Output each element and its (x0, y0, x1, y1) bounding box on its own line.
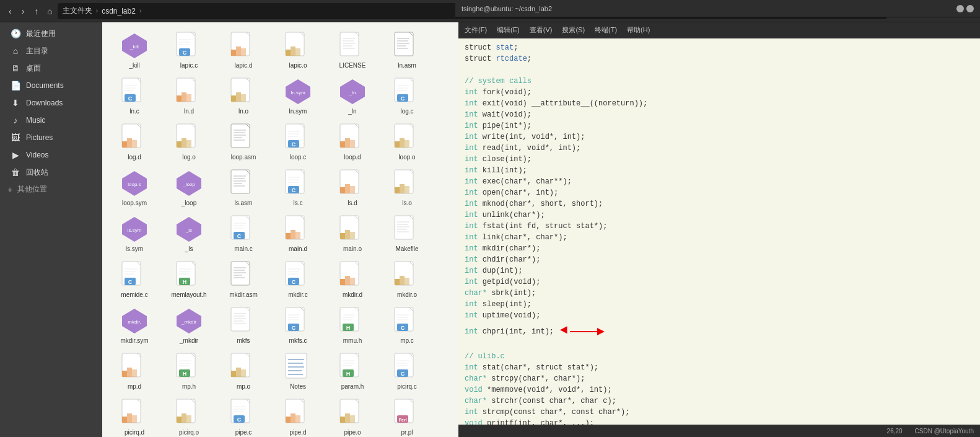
list-item[interactable]: loop.asm (216, 119, 271, 165)
file-icon-text (229, 306, 258, 336)
list-item[interactable]: mkdir. mkdir.sym (107, 302, 162, 348)
list-item[interactable]: C ls.c (271, 165, 325, 211)
sidebar-item-desktop[interactable]: 🖥 桌面 (2, 60, 100, 77)
svg-text:loop.s: loop.s (128, 182, 141, 187)
list-item[interactable]: Perl pr.pl (380, 394, 434, 437)
file-icon-asm (229, 123, 258, 152)
list-item[interactable]: lapic.d (216, 27, 271, 73)
location-home[interactable]: 主文件夹 (63, 6, 92, 16)
svg-rect-265 (177, 417, 182, 423)
list-item[interactable]: ln.sym ln.sym (271, 73, 325, 119)
list-item[interactable]: _mkdir _mkdir (162, 302, 216, 348)
list-item[interactable]: ln.d (162, 73, 216, 119)
list-item[interactable]: ls.asm (216, 165, 271, 211)
terminal-min[interactable] (956, 5, 964, 12)
list-item[interactable]: H mp.h (162, 348, 216, 394)
list-item[interactable]: C pipe.c (216, 394, 271, 437)
menu-view[interactable]: 查看(V) (530, 25, 553, 35)
svg-rect-236 (236, 368, 241, 377)
list-item[interactable]: H memlayout.h (162, 257, 216, 302)
list-item[interactable]: ls.d (325, 165, 380, 211)
list-item[interactable]: C log.c (380, 73, 434, 119)
sidebar-item-trash[interactable]: 🗑 回收站 (2, 164, 100, 181)
list-item[interactable]: _kill _kill (107, 27, 162, 73)
list-item[interactable]: main.d (271, 211, 325, 257)
list-item[interactable]: C mkfs.c (271, 302, 325, 348)
file-name: lapic.c (180, 62, 198, 69)
list-item[interactable]: mp.d (107, 348, 162, 394)
list-item[interactable]: ln.o (216, 73, 271, 119)
list-item[interactable]: C memide.c (107, 257, 162, 302)
svg-rect-11 (231, 50, 236, 56)
list-item[interactable]: C lapic.c (162, 27, 216, 73)
file-name: memide.c (121, 291, 147, 299)
list-item[interactable]: ls.sym ls.sym (107, 211, 162, 257)
list-item[interactable]: Notes (271, 348, 325, 394)
list-item[interactable]: loop.s loop.sym (107, 165, 162, 211)
list-item[interactable]: mkdir.asm (216, 257, 271, 302)
location-folder[interactable]: csdn_lab2 (102, 7, 136, 15)
list-item[interactable]: LICENSE (325, 27, 380, 73)
list-item[interactable]: lapic.o (271, 27, 325, 73)
list-item[interactable]: mp.o (216, 348, 271, 394)
list-item[interactable]: main.o (325, 211, 380, 257)
file-name: pipe.c (235, 429, 252, 436)
list-item[interactable]: log.d (107, 119, 162, 165)
up-button[interactable]: ↑ (30, 5, 42, 17)
code-line: int read(int, void*, int); (465, 143, 974, 154)
list-item[interactable]: Makefile (380, 211, 434, 257)
list-item[interactable]: log.o (162, 119, 216, 165)
list-item[interactable]: C main.c (216, 211, 271, 257)
file-name: mkfs (237, 337, 250, 345)
sidebar-item-music[interactable]: ♪ Music (2, 112, 100, 129)
list-item[interactable]: loop.o (380, 119, 434, 165)
forward-button[interactable]: › (18, 5, 28, 17)
sidebar-item-videos[interactable]: ▶ Videos (2, 146, 100, 164)
list-item[interactable]: C ln.c (107, 73, 162, 119)
list-item[interactable]: picirq.o (162, 394, 216, 437)
menu-terminal[interactable]: 终端(T) (595, 25, 617, 35)
list-item[interactable]: _ln _ln (325, 73, 380, 119)
file-icon-bin: _loop (174, 169, 204, 198)
terminal-max[interactable] (966, 5, 974, 12)
list-item[interactable]: ln.asm (380, 27, 434, 73)
sidebar-item-other[interactable]: + 其他位置 (0, 181, 102, 198)
list-item[interactable]: mkfs (216, 302, 271, 348)
list-item[interactable]: C mp.c (380, 302, 434, 348)
list-item[interactable]: _loop _loop (162, 165, 216, 211)
svg-rect-165 (231, 262, 250, 285)
list-item[interactable]: C loop.c (271, 119, 325, 165)
file-icon-c: C (229, 214, 258, 244)
list-item[interactable]: H param.h (325, 348, 380, 394)
sidebar-label-videos: Videos (26, 151, 48, 159)
list-item[interactable]: pipe.d (271, 394, 325, 437)
list-item[interactable]: loop.d (325, 119, 380, 165)
sidebar-item-documents[interactable]: 📄 Documents (2, 77, 100, 94)
file-icon-text (392, 214, 422, 244)
list-item[interactable]: C mkdir.c (271, 257, 325, 302)
menu-file[interactable]: 文件(F) (465, 25, 487, 35)
svg-text:C: C (401, 371, 405, 377)
sidebar-item-pictures[interactable]: 🖼 Pictures (2, 129, 100, 146)
svg-rect-68 (177, 141, 182, 148)
terminal-topbar: tsinghe@ubuntu: ~/csdn_lab2 (455, 0, 980, 17)
list-item[interactable]: H mmu.h (325, 302, 380, 348)
list-item[interactable]: picirq.d (107, 394, 162, 437)
list-item[interactable]: mkdir.o (380, 257, 434, 302)
svg-text:_ls: _ls (185, 227, 192, 233)
menu-help[interactable]: 帮助(H) (627, 25, 650, 35)
svg-rect-284 (350, 415, 355, 423)
list-item[interactable]: pipe.o (325, 394, 380, 437)
pictures-icon: 🖼 (10, 132, 21, 143)
list-item[interactable]: mkdir.d (325, 257, 380, 302)
list-item[interactable]: _ls _ls (162, 211, 216, 257)
menu-edit[interactable]: 编辑(E) (497, 25, 520, 35)
menu-search[interactable]: 搜索(S) (562, 25, 585, 35)
sidebar-item-downloads[interactable]: ⬇ Downloads (2, 94, 100, 112)
back-button[interactable]: ‹ (5, 5, 15, 17)
sidebar-item-home[interactable]: ⌂ 主目录 (2, 42, 100, 60)
list-item[interactable]: C picirq.c (380, 348, 434, 394)
sidebar-item-recent[interactable]: 🕐 最近使用 (2, 25, 100, 42)
list-item[interactable]: ls.o (380, 165, 434, 211)
terminal-menubar: 文件(F) 编辑(E) 查看(V) 搜索(S) 终端(T) 帮助(H) (458, 22, 980, 38)
